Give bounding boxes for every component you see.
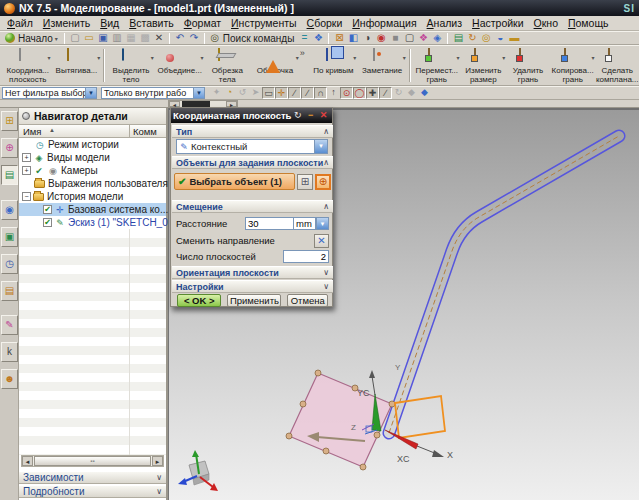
command-search-label[interactable]: Поиск команды <box>223 33 295 44</box>
details-drawer[interactable]: Подробности ∨ <box>19 485 166 498</box>
dialog-close-icon[interactable]: ✕ <box>317 109 330 122</box>
internet-icon[interactable]: ◉ <box>1 200 18 220</box>
distance-input[interactable] <box>245 217 294 230</box>
measure-icon[interactable]: ▬ <box>507 32 521 44</box>
orientation-section-header[interactable]: Ориентация плоскости ∨ <box>172 266 333 279</box>
find-icon[interactable]: ◎ <box>479 32 493 44</box>
start-button[interactable]: Начало ▾ <box>2 32 61 44</box>
tree-row-datum-csys[interactable]: ✔ ✛ Базовая система ко... <box>19 203 166 216</box>
dropdown-arrow-icon[interactable]: ▾ <box>456 54 459 61</box>
dialog-minimize-icon[interactable]: − <box>304 109 317 122</box>
point-dialog-button[interactable]: ⊞ <box>297 174 313 190</box>
dependencies-drawer[interactable]: Зависимости ∨ <box>19 471 166 484</box>
extrude-button[interactable]: Вытягива... ▾ <box>52 47 102 84</box>
pan-icon[interactable]: ◔ <box>223 87 236 99</box>
expand-icon[interactable]: + <box>22 166 31 175</box>
make-coplanar-button[interactable]: Сделать комплана... <box>595 47 639 84</box>
dialog-titlebar[interactable]: Координатная плоскость ↻ − ✕ <box>171 108 332 123</box>
menu-tools[interactable]: Инструменты <box>226 17 301 29</box>
show-hide-icon[interactable]: ❖ <box>416 32 430 44</box>
half-shade-icon[interactable]: ◑ <box>360 32 374 44</box>
orbit-icon[interactable]: ↺ <box>236 87 249 99</box>
history-icon[interactable]: ◷ <box>1 254 18 274</box>
delete-icon[interactable]: ✕ <box>152 32 166 44</box>
undo-icon[interactable]: ↶ <box>173 32 187 44</box>
tree-row-sketch[interactable]: ✔ ✎ Эскиз (1) "SKETCH_0... <box>19 216 166 229</box>
layer-settings-icon[interactable]: ▤ <box>451 32 465 44</box>
snap-point-icon[interactable]: ✛ <box>275 87 288 99</box>
window-icon[interactable]: ⊠ <box>332 32 346 44</box>
expand-icon[interactable]: + <box>22 153 31 162</box>
snap-intersection-icon[interactable]: ✚ <box>366 87 379 99</box>
copy-icon[interactable]: ▦ <box>124 32 138 44</box>
menu-help[interactable]: Помощь <box>563 17 614 29</box>
tree-row-model-views[interactable]: + ◈ Виды модели <box>19 151 166 164</box>
unit-dropdown-icon[interactable]: ▼ <box>316 217 329 230</box>
select-body-button[interactable]: Выделить тело ▾ <box>107 47 155 84</box>
column-comment[interactable]: Комм <box>133 126 157 137</box>
snap-point-button[interactable]: ⊕ <box>315 174 331 190</box>
system-materials-icon[interactable]: ▤ <box>1 281 18 301</box>
dialog-reset-icon[interactable]: ↻ <box>291 109 304 122</box>
constraint-navigator-icon[interactable]: ⊕ <box>1 138 18 158</box>
dropdown-arrow-icon[interactable]: ▾ <box>403 54 406 61</box>
menu-format[interactable]: Формат <box>179 17 226 29</box>
apply-button[interactable]: Применить <box>227 294 281 307</box>
redo-icon[interactable]: ↷ <box>187 32 201 44</box>
sort-ascending-icon[interactable]: ▲ <box>49 127 55 133</box>
selection-scope-combo[interactable]: Только внутри рабо ▼ <box>101 87 205 99</box>
tree-row-model-history[interactable]: − История модели <box>19 190 166 203</box>
dropdown-arrow-icon[interactable]: ▾ <box>200 54 203 61</box>
datum-plane-button[interactable]: Координа... плоскость ▾ <box>4 47 52 84</box>
command-search-icon[interactable]: ◎ <box>208 32 222 44</box>
tree-row-history-mode[interactable]: ◷ Режим истории <box>19 138 166 151</box>
snap-midpoint-icon[interactable]: ∕ <box>301 87 314 99</box>
menu-view[interactable]: Вид <box>95 17 124 29</box>
snap-rotate-icon[interactable]: ↻ <box>392 87 405 99</box>
dropdown-arrow-icon[interactable]: ▾ <box>353 54 356 61</box>
through-curves-button[interactable]: По кривым ▾ <box>310 47 358 84</box>
edit-section-icon[interactable]: ◈ <box>430 32 444 44</box>
plane-count-input[interactable] <box>283 250 329 263</box>
delete-face-button[interactable]: Удалить грань <box>506 47 550 84</box>
menu-window[interactable]: Окно <box>529 17 563 29</box>
dropdown-arrow-icon[interactable]: ▾ <box>591 54 594 61</box>
cancel-button[interactable]: Отмена <box>287 294 328 307</box>
lasso-icon[interactable]: ▭ <box>262 87 275 99</box>
history-page-icon[interactable]: ▣ <box>1 227 18 247</box>
open-icon[interactable]: ▭ <box>82 32 96 44</box>
assembly-navigator-icon[interactable]: ⊞ <box>1 111 18 131</box>
menu-insert[interactable]: Вставить <box>124 17 179 29</box>
save-icon[interactable]: ▣ <box>96 32 110 44</box>
menu-analysis[interactable]: Анализ <box>422 17 467 29</box>
checkbox-checked-icon[interactable]: ✔ <box>43 218 52 227</box>
fit-view-icon[interactable]: ▢ <box>402 32 416 44</box>
objects-section-header[interactable]: Объекты для задания плоскости ∧ <box>172 156 333 169</box>
offset-section-header[interactable]: Смещение ∧ <box>172 200 333 213</box>
tree-row-user-expressions[interactable]: Выражения пользователя <box>19 177 166 190</box>
column-divider[interactable] <box>129 125 130 138</box>
snap-endpoint-icon[interactable]: ∕ <box>288 87 301 99</box>
dropdown-arrow-icon[interactable]: ▾ <box>502 54 505 61</box>
type-section-header[interactable]: Тип ∧ <box>172 125 333 138</box>
snap-pole-icon[interactable]: ↑ <box>327 87 340 99</box>
snap-circle-icon[interactable]: ◯ <box>353 87 366 99</box>
snap-toggle-icon[interactable]: ✦ <box>210 87 223 99</box>
scroll-left-icon[interactable]: ◄ <box>22 456 33 466</box>
selection-filter-combo[interactable]: Нет фильтра выбор ▼ <box>2 87 97 99</box>
settings-section-header[interactable]: Настройки ∨ <box>172 280 333 293</box>
toolbar-overflow-icon[interactable]: » <box>300 47 310 84</box>
collapse-icon[interactable]: − <box>22 192 31 201</box>
shaded-view-icon[interactable]: ◧ <box>346 32 360 44</box>
trim-body-button[interactable]: Обрезка тела <box>204 47 250 84</box>
scrollbar-thumb[interactable]: ▪▪ <box>34 456 151 466</box>
menu-information[interactable]: Информация <box>347 17 421 29</box>
paste-icon[interactable]: ▩ <box>138 32 152 44</box>
dropdown-arrow-icon[interactable]: ▾ <box>48 54 51 61</box>
column-name[interactable]: Имя <box>23 126 42 137</box>
combo-arrow-icon[interactable]: ▼ <box>193 88 204 98</box>
new-file-icon[interactable]: ▢ <box>68 32 82 44</box>
tree-row-cameras[interactable]: + ✔ ◉ Камеры <box>19 164 166 177</box>
ok-button[interactable]: < OK > <box>177 294 221 307</box>
touch-mode-icon[interactable]: ❖ <box>311 32 325 44</box>
